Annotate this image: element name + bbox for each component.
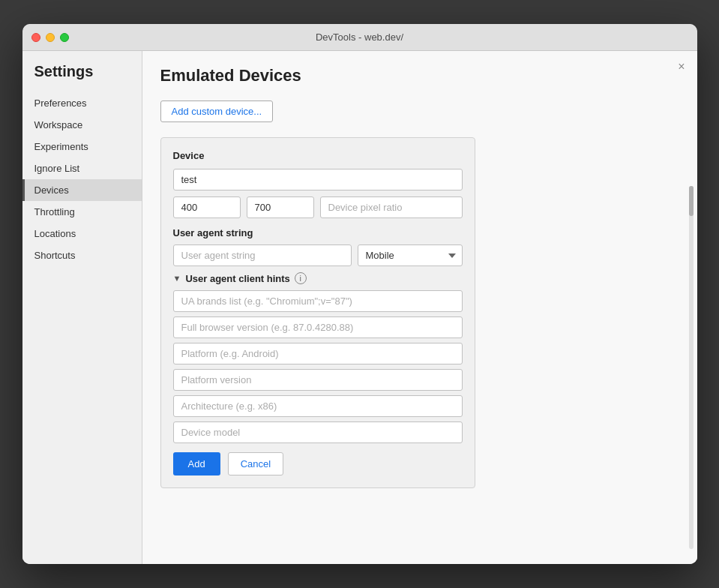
- scrollbar-thumb: [689, 186, 694, 216]
- maximize-traffic-light[interactable]: [60, 33, 69, 42]
- width-input[interactable]: [173, 196, 241, 218]
- ua-brands-input[interactable]: [173, 290, 463, 312]
- ua-type-select[interactable]: Mobile Desktop Tablet: [358, 244, 463, 266]
- titlebar: DevTools - web.dev/: [22, 24, 697, 51]
- sidebar-title: Settings: [22, 63, 142, 92]
- sidebar-item-shortcuts[interactable]: Shortcuts: [22, 244, 142, 266]
- sidebar-item-ignore-list[interactable]: Ignore List: [22, 158, 142, 179]
- traffic-lights: [31, 33, 69, 42]
- page-title: Emulated Devices: [160, 66, 679, 86]
- hints-header[interactable]: ▼ User agent client hints i: [173, 272, 463, 284]
- add-button[interactable]: Add: [173, 452, 220, 476]
- device-name-input[interactable]: [173, 169, 463, 190]
- dimension-row: [173, 196, 463, 218]
- scrollbar[interactable]: [688, 186, 694, 549]
- sidebar: Settings Preferences Workspace Experimen…: [22, 51, 142, 564]
- action-row: Add Cancel: [173, 452, 463, 476]
- sidebar-item-experiments[interactable]: Experiments: [22, 136, 142, 158]
- device-section-label: Device: [173, 150, 463, 161]
- platform-version-input[interactable]: [173, 369, 463, 391]
- main-panel: × Emulated Devices Add custom device... …: [142, 51, 697, 564]
- hints-section-label: User agent client hints: [185, 273, 289, 284]
- full-browser-version-input[interactable]: [173, 316, 463, 338]
- hints-info-icon[interactable]: i: [295, 272, 307, 284]
- close-button[interactable]: ×: [678, 60, 685, 74]
- architecture-input[interactable]: [173, 395, 463, 417]
- add-custom-device-button[interactable]: Add custom device...: [160, 100, 274, 122]
- ua-string-row: Mobile Desktop Tablet: [173, 244, 463, 266]
- sidebar-item-throttling[interactable]: Throttling: [22, 201, 142, 223]
- close-traffic-light[interactable]: [31, 33, 40, 42]
- cancel-button[interactable]: Cancel: [228, 452, 283, 476]
- content-area: Settings Preferences Workspace Experimen…: [22, 51, 697, 564]
- sidebar-item-workspace[interactable]: Workspace: [22, 114, 142, 136]
- pixel-ratio-input[interactable]: [320, 196, 463, 218]
- platform-input[interactable]: [173, 343, 463, 364]
- ua-section-label: User agent string: [173, 227, 463, 238]
- devtools-window: DevTools - web.dev/ Settings Preferences…: [22, 24, 697, 564]
- ua-string-input[interactable]: [173, 244, 352, 266]
- scrollbar-track: [689, 186, 694, 549]
- device-model-input[interactable]: [173, 422, 463, 443]
- hints-toggle-icon: ▼: [173, 274, 181, 283]
- sidebar-item-devices[interactable]: Devices: [22, 179, 142, 201]
- window-title: DevTools - web.dev/: [316, 32, 403, 43]
- device-form: Device User agent string Mobile Desktop …: [160, 137, 475, 488]
- sidebar-item-preferences[interactable]: Preferences: [22, 92, 142, 114]
- minimize-traffic-light[interactable]: [46, 33, 55, 42]
- sidebar-item-locations[interactable]: Locations: [22, 223, 142, 244]
- height-input[interactable]: [247, 196, 314, 218]
- hints-fields: [173, 290, 463, 443]
